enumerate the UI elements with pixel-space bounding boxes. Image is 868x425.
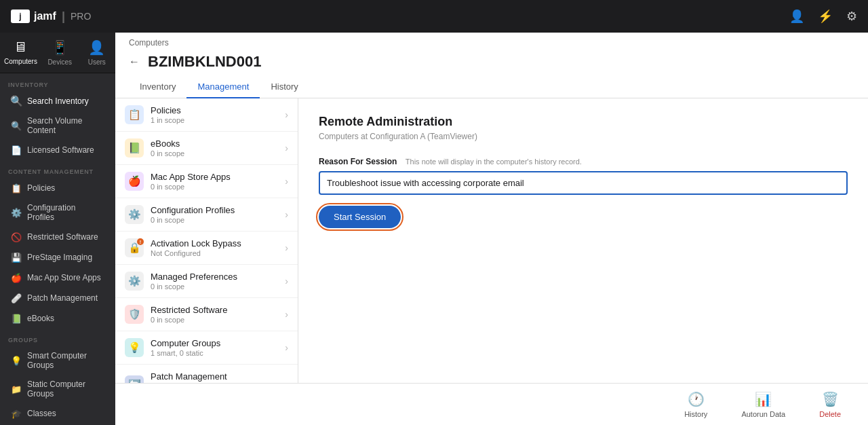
- managed-prefs-arrow-icon: ›: [285, 276, 288, 287]
- prestage-imaging-icon: 💾: [11, 252, 22, 263]
- managed-prefs-mgmt-sub: 0 in scope: [151, 282, 278, 291]
- page-header: ← BZIMBKLND001: [115, 50, 868, 71]
- user-icon[interactable]: 👤: [789, 9, 804, 24]
- tab-inventory[interactable]: Inventory: [129, 76, 186, 98]
- right-pane: Remote Administration Computers at Confi…: [298, 98, 868, 383]
- logo-icon: j: [11, 10, 30, 23]
- sidebar-item-search-volume[interactable]: 🔍 Search Volume Content: [3, 112, 113, 139]
- history-action[interactable]: 🕐 History: [684, 391, 707, 418]
- gear-icon[interactable]: ⚙: [846, 9, 857, 24]
- sidebar-item-config-profiles[interactable]: ⚙️ Configuration Profiles: [3, 199, 113, 226]
- computers-icon: 🖥: [14, 39, 27, 55]
- sidebar-item-devices[interactable]: 📱 Devices: [41, 33, 79, 73]
- ebooks-mgmt-text: eBooks 0 in scope: [151, 138, 278, 158]
- managed-prefs-mgmt-text: Managed Preferences 0 in scope: [151, 272, 278, 291]
- classes-icon: 🎓: [11, 408, 22, 419]
- reason-field-label-row: Reason For Session This note will displa…: [319, 155, 848, 167]
- sidebar-nav-users-label: Users: [88, 58, 106, 66]
- lightning-icon[interactable]: ⚡: [818, 9, 833, 24]
- restricted-software-mgmt-icon: 🛡️: [125, 305, 144, 324]
- content-area: Computers ← BZIMBKLND001 Inventory Manag…: [115, 33, 868, 425]
- split-pane: 📋 Policies 1 in scope › 📗 eBooks 0 in sc…: [115, 98, 868, 383]
- left-pane: 📋 Policies 1 in scope › 📗 eBooks 0 in sc…: [115, 98, 298, 383]
- activation-lock-arrow-icon: ›: [285, 242, 288, 253]
- sidebar-item-static-groups[interactable]: 📁 Static Computer Groups: [3, 375, 113, 403]
- policies-mgmt-icon: 📋: [125, 105, 144, 124]
- bottom-bar: 🕐 History 📊 Autorun Data 🗑️ Delete: [115, 383, 868, 425]
- sidebar-item-smart-groups[interactable]: 💡 Smart Computer Groups: [3, 347, 113, 374]
- page-title: BZIMBKLND001: [148, 53, 261, 71]
- mac-app-store-mgmt-name: Mac App Store Apps: [151, 172, 278, 182]
- mac-app-store-icon: 🍎: [11, 272, 22, 283]
- static-groups-icon: 📁: [11, 384, 22, 394]
- sidebar-item-restricted-software[interactable]: 🚫 Restricted Software: [3, 227, 113, 246]
- sidebar-item-ebooks[interactable]: 📗 eBooks: [3, 309, 113, 328]
- management-item-restricted-software[interactable]: 🛡️ Restricted Software 0 in scope ›: [115, 298, 298, 331]
- sidebar-item-policies[interactable]: 📋 Policies: [3, 179, 113, 198]
- reason-hint: This note will display in the computer's…: [406, 158, 582, 166]
- computer-groups-arrow-icon: ›: [285, 342, 288, 353]
- delete-icon: 🗑️: [822, 391, 839, 407]
- management-item-patch-management[interactable]: 🔄 Patch Management 0% on Latest Version,…: [115, 365, 298, 383]
- management-item-config-profiles[interactable]: ⚙️ Configuration Profiles 0 in scope ›: [115, 198, 298, 232]
- policies-label: Policies: [27, 183, 55, 193]
- search-icon: 🔍: [11, 96, 22, 107]
- management-item-ebooks[interactable]: 📗 eBooks 0 in scope ›: [115, 132, 298, 165]
- policies-arrow-icon: ›: [285, 109, 288, 120]
- back-arrow[interactable]: ←: [129, 56, 140, 68]
- sidebar-item-patch-management[interactable]: 🩹 Patch Management: [3, 289, 113, 308]
- config-profiles-arrow-icon: ›: [285, 209, 288, 220]
- sidebar-nav-devices-label: Devices: [47, 58, 72, 66]
- patch-management-label: Patch Management: [27, 293, 98, 303]
- activation-lock-exclaim-badge: !: [137, 238, 144, 245]
- tab-management[interactable]: Management: [186, 76, 260, 98]
- autorun-data-action[interactable]: 📊 Autorun Data: [741, 391, 785, 418]
- computer-groups-mgmt-sub: 1 smart, 0 static: [151, 349, 278, 357]
- managed-prefs-mgmt-icon: ⚙️: [125, 272, 144, 291]
- patch-management-icon: 🩹: [11, 293, 22, 303]
- policies-icon: 📋: [11, 183, 22, 193]
- delete-action[interactable]: 🗑️ Delete: [819, 391, 841, 418]
- restricted-software-mgmt-name: Restricted Software: [151, 305, 278, 315]
- activation-lock-mgmt-text: Activation Lock Bypass Not Configured: [151, 238, 278, 257]
- search-volume-icon: 🔍: [11, 120, 22, 131]
- smart-groups-icon: 💡: [11, 355, 22, 366]
- sidebar-item-computers[interactable]: 🖥 Computers: [0, 33, 41, 73]
- sidebar-item-classes[interactable]: 🎓 Classes: [3, 404, 113, 423]
- sidebar-item-licensed-software[interactable]: 📄 Licensed Software: [3, 141, 113, 160]
- management-item-mac-app-store[interactable]: 🍎 Mac App Store Apps 0 in scope ›: [115, 165, 298, 198]
- ebooks-arrow-icon: ›: [285, 143, 288, 153]
- mac-app-store-label: Mac App Store Apps: [27, 273, 101, 282]
- prestage-imaging-label: PreStage Imaging: [27, 253, 92, 262]
- reason-label: Reason For Session: [319, 157, 397, 166]
- logo-text: jamf: [34, 10, 56, 22]
- sidebar-item-mac-app-store[interactable]: 🍎 Mac App Store Apps: [3, 268, 113, 287]
- sidebar-item-search-inventory[interactable]: 🔍 Search Inventory: [3, 92, 113, 111]
- start-session-button[interactable]: Start Session: [319, 206, 401, 228]
- logo: j jamf | PRO: [11, 10, 91, 24]
- breadcrumb: Computers: [115, 33, 868, 50]
- logo-pro: PRO: [71, 11, 91, 22]
- policies-mgmt-name: Policies: [151, 105, 278, 115]
- restricted-software-mgmt-sub: 0 in scope: [151, 316, 278, 324]
- policies-mgmt-text: Policies 1 in scope: [151, 105, 278, 124]
- sidebar-item-users[interactable]: 👤 Users: [78, 33, 115, 73]
- tabs-bar: Inventory Management History: [115, 76, 868, 98]
- ebooks-label: eBooks: [27, 314, 54, 323]
- management-item-computer-groups[interactable]: 💡 Computer Groups 1 smart, 0 static ›: [115, 331, 298, 365]
- smart-groups-label: Smart Computer Groups: [27, 351, 104, 370]
- management-item-policies[interactable]: 📋 Policies 1 in scope ›: [115, 98, 298, 132]
- computer-groups-mgmt-name: Computer Groups: [151, 338, 278, 348]
- mac-app-store-mgmt-sub: 0 in scope: [151, 183, 278, 191]
- static-groups-label: Static Computer Groups: [27, 380, 104, 399]
- section-label-groups: GROUPS: [0, 329, 115, 346]
- management-item-managed-prefs[interactable]: ⚙️ Managed Preferences 0 in scope ›: [115, 265, 298, 298]
- reason-input[interactable]: [319, 171, 848, 195]
- management-item-activation-lock[interactable]: 🔒 ! Activation Lock Bypass Not Configure…: [115, 232, 298, 265]
- sidebar-item-prestage-imaging[interactable]: 💾 PreStage Imaging: [3, 248, 113, 267]
- sidebar: 🖥 Computers 📱 Devices 👤 Users INVENTORY …: [0, 33, 115, 425]
- tab-history[interactable]: History: [260, 76, 309, 98]
- history-label: History: [684, 410, 707, 418]
- restricted-software-arrow-icon: ›: [285, 309, 288, 320]
- restricted-software-icon: 🚫: [11, 232, 22, 242]
